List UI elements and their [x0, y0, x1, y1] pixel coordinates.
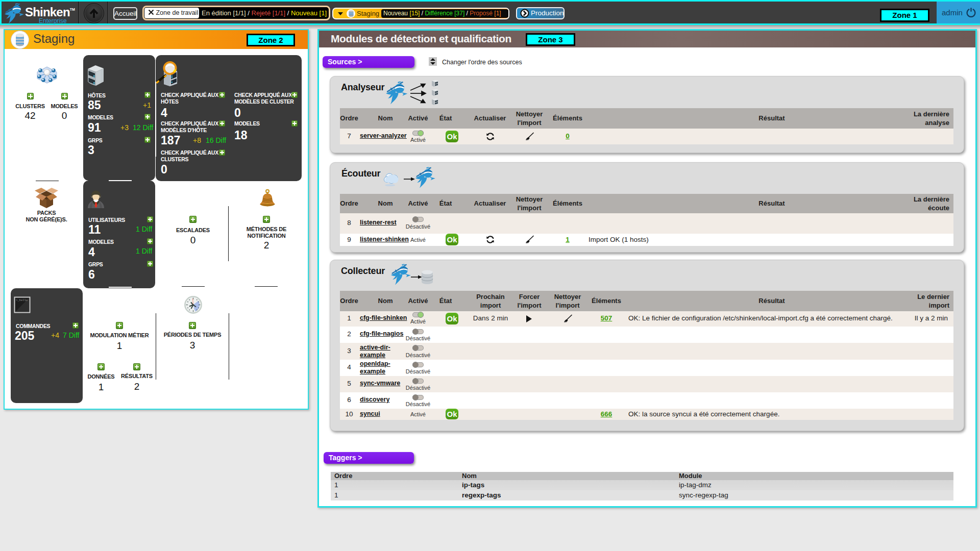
svg-text:>_hello: >_hello — [16, 298, 28, 302]
